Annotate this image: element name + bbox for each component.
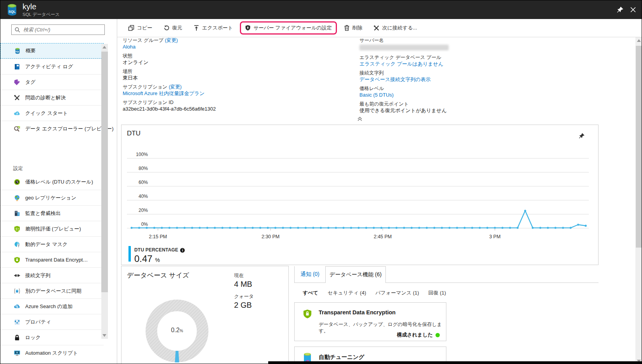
sidebar-item-label: タグ xyxy=(25,79,36,86)
svg-text:60%: 60% xyxy=(139,180,148,185)
pin-chart-icon[interactable] xyxy=(578,133,585,141)
settings-section-header: 設定 xyxy=(13,165,104,172)
sidebar-item-tde[interactable]: Transparent Data Encrypt… xyxy=(0,252,104,267)
scroll-down-icon[interactable] xyxy=(102,334,106,337)
feature-card-tde[interactable]: Transparent Data Encryption データベース、バックアッ… xyxy=(294,302,446,341)
feature-tabs: 通知 (0) データベース機能 (6) xyxy=(294,266,599,283)
sidebar-scrollbar-thumb[interactable] xyxy=(101,52,108,292)
legend-swatch xyxy=(128,246,131,262)
sidebar-item-properties[interactable]: プロパティ xyxy=(0,314,104,329)
svg-text:80%: 80% xyxy=(139,166,148,171)
sidebar-item-locks[interactable]: ロック xyxy=(0,329,104,345)
lock-padlock-icon xyxy=(14,334,21,341)
svg-text:2:45 PM: 2:45 PM xyxy=(374,234,392,239)
sidebar-item-overview[interactable]: SQL 概要 xyxy=(0,43,104,59)
connect-to-button[interactable]: 次に接続する... xyxy=(373,24,417,31)
delete-button[interactable]: 削除 xyxy=(344,24,363,31)
sidebar-item-sync-database[interactable]: 別のデータベースに同期 xyxy=(0,283,104,298)
sidebar-item-diagnose[interactable]: 問題の診断と解決 xyxy=(0,90,104,105)
sidebar-item-tags[interactable]: タグ xyxy=(0,74,104,90)
sidebar-item-dynamic-data-mask[interactable]: 動的データ マスク xyxy=(0,236,104,252)
sidebar-scrollbar[interactable] xyxy=(101,44,108,339)
filter-performance[interactable]: パフォーマンス (1) xyxy=(375,289,419,296)
page-title: kyle xyxy=(23,2,60,11)
copy-button[interactable]: コピー xyxy=(128,24,153,31)
sidebar-item-quickstart[interactable]: クイック スタート xyxy=(0,105,104,121)
server-firewall-settings-button[interactable]: サーバー ファイアウォールの設定 xyxy=(240,21,337,35)
field-label: サブスクリプション xyxy=(123,84,167,90)
svg-text:SQL: SQL xyxy=(16,50,19,53)
sidebar-item-geo-replication[interactable]: geo レプリケーション xyxy=(0,190,104,205)
status-value: オンライン xyxy=(123,59,216,66)
pin-blade-icon[interactable] xyxy=(615,5,625,14)
search-placeholder: 検索 (Ctrl+/) xyxy=(23,26,50,33)
filter-security[interactable]: セキュリティ (4) xyxy=(328,289,366,296)
change-resource-group-link[interactable]: (変更) xyxy=(165,38,178,43)
field-label: 場所 xyxy=(123,68,216,75)
sidebar-item-data-explorer[interactable]: データ エクスプローラー (プレビュー) xyxy=(0,121,104,136)
search-icon xyxy=(15,27,20,33)
donut-center-label: 0.2% xyxy=(144,327,210,334)
sidebar-item-label: 脆弱性評価 (プレビュー) xyxy=(25,225,81,232)
sidebar-item-connection-strings[interactable]: 接続文字列 xyxy=(0,267,104,283)
resource-group-link[interactable]: Aloha xyxy=(123,43,216,50)
status-green-dot xyxy=(436,333,440,337)
command-bar: コピー 復元 エクスポート サーバー ファイアウォールの設定 削除 次に接続する… xyxy=(117,19,642,37)
restore-icon xyxy=(163,25,170,31)
database-size-panel: データベース サイズ 0.2% 現在 4 MB クォータ 2 GB xyxy=(121,266,289,364)
tab-divider xyxy=(386,283,599,283)
sidebar-item-label: 問題の診断と解決 xyxy=(25,94,66,101)
filter-recovery[interactable]: 回復 (1) xyxy=(429,289,446,296)
current-size-label: 現在 xyxy=(234,272,252,279)
connection-strings-link[interactable]: データベース接続文字列の表示 xyxy=(359,76,449,83)
properties-sliders-icon xyxy=(14,319,21,326)
card-status: 構成されました xyxy=(397,331,433,338)
server-name-redacted-value xyxy=(359,45,449,50)
firewall-shield-icon xyxy=(245,25,251,31)
scroll-up-icon[interactable] xyxy=(102,46,106,49)
sidebar-item-label: geo レプリケーション xyxy=(25,194,76,201)
database-size-donut-chart: 0.2% xyxy=(144,298,210,364)
scroll-up-icon[interactable] xyxy=(637,39,641,42)
sidebar-item-automation-script[interactable]: Automation スクリプト xyxy=(0,345,104,361)
svg-text:40%: 40% xyxy=(139,194,148,199)
elastic-pool-link[interactable]: エラスティック プールはありません xyxy=(359,61,449,67)
sync-database-icon xyxy=(14,288,21,295)
pricing-tier-link[interactable]: Basic (5 DTUs) xyxy=(359,92,449,98)
sidebar-item-pricing-tier[interactable]: 価格レベル (DTU のスケール) xyxy=(0,174,104,190)
export-button[interactable]: エクスポート xyxy=(193,24,233,31)
sidebar-item-label: Azure Search の追加 xyxy=(25,303,73,310)
page-subtitle: SQL データベース xyxy=(23,12,60,17)
tab-notifications[interactable]: 通知 (0) xyxy=(294,266,325,283)
pricing-tier-icon xyxy=(14,179,21,185)
button-label: エクスポート xyxy=(202,24,233,31)
button-label: 削除 xyxy=(352,24,363,31)
sql-database-icon: SQL xyxy=(14,47,21,54)
tab-database-features[interactable]: データベース機能 (6) xyxy=(325,266,386,283)
svg-text:100%: 100% xyxy=(136,152,148,157)
content-scrollbar[interactable] xyxy=(635,37,642,364)
geo-globe-icon xyxy=(14,194,21,201)
essentials-section: リソース グループ (変更) Aloha 状態 オンライン 場所 東日本 サブス… xyxy=(117,37,642,122)
subscription-link[interactable]: Microsoft Azure 社内従量課金プラン xyxy=(123,90,216,97)
sidebar-item-azure-search[interactable]: Azure Search の追加 xyxy=(0,298,104,314)
filter-all[interactable]: すべて xyxy=(303,289,318,296)
restore-button[interactable]: 復元 xyxy=(163,24,182,31)
sidebar-item-activity-log[interactable]: アクティビティ ログ xyxy=(0,59,104,74)
content-scrollbar-thumb[interactable] xyxy=(636,46,642,248)
chart-legend: DTU PERCENTAGEi 0.47 % xyxy=(128,246,185,264)
data-mask-icon xyxy=(14,241,21,248)
location-value: 東日本 xyxy=(123,75,216,81)
close-blade-icon[interactable] xyxy=(628,5,638,14)
collapse-essentials-icon[interactable] xyxy=(357,116,363,123)
sidebar-item-audit-threat[interactable]: 監査と脅威検出 xyxy=(0,205,104,221)
field-label: 接続文字列 xyxy=(359,70,449,76)
svg-text:2:15 PM: 2:15 PM xyxy=(149,234,167,239)
search-input[interactable]: 検索 (Ctrl+/) xyxy=(11,24,105,35)
sidebar-item-vulnerability[interactable]: 脆弱性評価 (プレビュー) xyxy=(0,221,104,236)
info-icon[interactable]: i xyxy=(180,248,185,253)
button-label: 復元 xyxy=(172,24,182,31)
export-icon xyxy=(193,25,200,31)
change-subscription-link[interactable]: (変更) xyxy=(169,84,182,90)
quota-value: 2 GB xyxy=(234,301,254,310)
